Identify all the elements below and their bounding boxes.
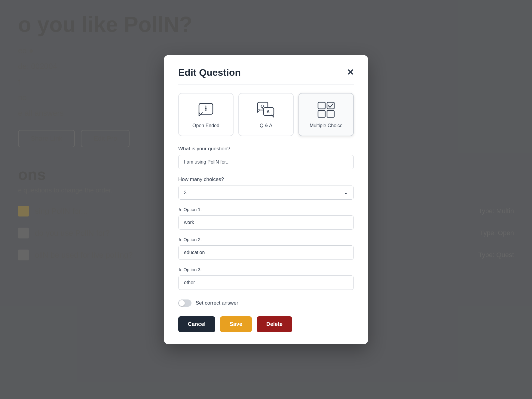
toggle-label: Set correct answer [196,300,238,306]
multiple-choice-label: Multiple Choice [310,123,342,128]
modal-overlay: Edit Question ✕ Open Ended [0,0,532,399]
svg-text:Q: Q [261,104,264,109]
correct-answer-toggle[interactable] [178,299,191,307]
type-card-open-ended[interactable]: Open Ended [178,93,234,136]
question-input[interactable] [178,155,354,169]
edit-question-modal: Edit Question ✕ Open Ended [164,55,368,344]
qna-label: Q & A [260,123,272,128]
save-button[interactable]: Save [220,316,252,332]
modal-header: Edit Question ✕ [178,67,354,84]
question-label: What is your question? [178,146,354,152]
svg-rect-10 [327,111,334,117]
choices-select[interactable]: 1 2 3 4 5 6 7 8 9 10 [178,186,354,200]
option-2-input[interactable] [178,245,354,260]
choices-label: How many choices? [178,176,354,183]
svg-point-2 [205,110,206,111]
option-1-label: ↳ Option 1: [178,207,354,212]
close-button[interactable]: ✕ [347,68,354,77]
open-ended-label: Open Ended [192,123,219,128]
modal-title: Edit Question [178,67,241,78]
svg-rect-9 [318,111,325,117]
option-3-input[interactable] [178,275,354,290]
type-card-multiple-choice[interactable]: Multiple Choice [298,93,354,136]
choices-select-wrapper: 1 2 3 4 5 6 7 8 9 10 ⌄ [178,186,354,200]
svg-rect-7 [318,102,325,109]
delete-button[interactable]: Delete [257,316,292,332]
action-buttons: Cancel Save Delete [178,316,354,332]
option-3-label: ↳ Option 3: [178,267,354,272]
toggle-thumb [179,300,185,306]
qna-icon: Q A [257,101,275,119]
multiple-choice-icon [317,101,335,119]
correct-answer-toggle-row: Set correct answer [178,299,354,307]
type-card-qna[interactable]: Q A Q & A [238,93,294,136]
cancel-button[interactable]: Cancel [178,316,215,332]
open-ended-icon [197,101,215,119]
option-1-input[interactable] [178,215,354,230]
question-type-selector: Open Ended Q A Q & A [178,93,354,136]
option-2-label: ↳ Option 2: [178,237,354,242]
svg-text:A: A [267,109,270,114]
